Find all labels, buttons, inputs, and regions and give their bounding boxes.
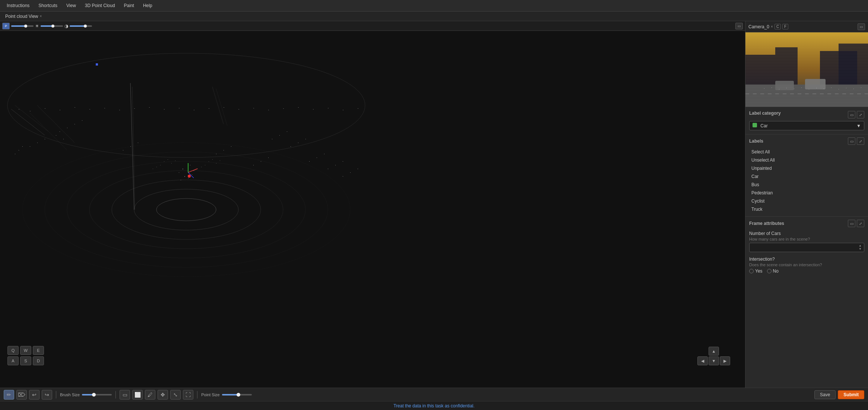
num-cars-down[interactable]: ▼	[859, 248, 862, 251]
key-w[interactable]: W	[20, 346, 31, 355]
undo-tool-btn[interactable]: ↩	[29, 390, 39, 400]
key-d[interactable]: D	[33, 356, 44, 365]
key-a[interactable]: A	[7, 356, 19, 365]
svg-rect-52	[343, 176, 343, 177]
separator-1	[56, 391, 56, 398]
svg-rect-69	[134, 108, 135, 109]
category-dropdown[interactable]: Car ▼	[749, 121, 864, 130]
num-cars-label: Number of Cars	[749, 231, 864, 236]
intersection-field: Intersection? Does the scene contain an …	[749, 257, 864, 274]
svg-rect-68	[119, 110, 120, 110]
point-size-slider[interactable]	[222, 394, 252, 395]
svg-rect-12	[194, 171, 194, 171]
label-unpainted[interactable]: Unpainted	[749, 164, 864, 172]
draw-tool-btn[interactable]: ✏	[4, 390, 14, 400]
svg-rect-24	[60, 131, 60, 132]
brush-size-container: Brush Size	[60, 392, 112, 397]
nav-down-btn[interactable]: ▼	[709, 356, 719, 365]
svg-rect-114	[772, 88, 772, 88]
third-slider[interactable]	[70, 25, 92, 27]
brightness-slider[interactable]	[11, 25, 34, 27]
svg-rect-16	[181, 180, 181, 180]
svg-rect-45	[324, 154, 324, 154]
svg-rect-100	[220, 160, 220, 161]
svg-rect-66	[89, 109, 90, 109]
frame-attr-collapse-btn[interactable]: ▭	[848, 220, 855, 227]
minimize-btn[interactable]: ▭	[735, 23, 743, 29]
svg-rect-98	[212, 159, 213, 160]
svg-rect-26	[224, 150, 224, 150]
radio-no-label: No	[773, 268, 779, 274]
svg-rect-43	[15, 154, 15, 154]
fullscreen-tool-btn[interactable]: ⛶	[183, 390, 193, 400]
tab-row: Point cloud View ×	[0, 12, 868, 21]
contrast-slider[interactable]	[41, 25, 63, 27]
menu-view[interactable]: View	[63, 1, 80, 10]
point-cloud-viewport[interactable]: P ☀ ◑ ▭	[0, 21, 745, 388]
brightness-icon: ☀	[35, 23, 39, 29]
label-category-expand-btn[interactable]: ⤢	[857, 111, 864, 118]
brush-size-slider[interactable]	[82, 394, 112, 395]
svg-rect-42	[22, 146, 23, 147]
menu-help[interactable]: Help	[139, 1, 156, 10]
menu-3d-point-cloud[interactable]: 3D Point Cloud	[81, 1, 119, 10]
svg-rect-63	[45, 108, 45, 109]
svg-rect-73	[194, 110, 194, 110]
nav-up-btn[interactable]: ▲	[709, 347, 719, 356]
contrast-icon: ◑	[64, 23, 68, 29]
intersection-no[interactable]: No	[767, 268, 779, 274]
label-select-all[interactable]: Select All	[749, 148, 864, 156]
point-cloud-svg	[0, 31, 745, 388]
svg-rect-99	[216, 163, 216, 163]
label-bus[interactable]: Bus	[749, 181, 864, 189]
svg-rect-94	[160, 165, 161, 165]
save-button[interactable]: Save	[814, 390, 836, 399]
key-q[interactable]: Q	[7, 346, 19, 355]
svg-rect-112	[805, 79, 826, 89]
polygon-tool-btn[interactable]: 🖊	[145, 390, 155, 400]
nav-right-btn[interactable]: ▶	[720, 356, 730, 365]
move-tool-btn[interactable]: ✥	[158, 390, 168, 400]
svg-rect-91	[168, 159, 168, 160]
labels-controls: ▭ ⤢	[848, 137, 864, 145]
rectangle-tool-btn[interactable]: ▭	[120, 390, 130, 400]
svg-rect-120	[816, 88, 817, 88]
camera-close-btn[interactable]: ×	[771, 25, 773, 29]
label-pedestrian[interactable]: Pedestrian	[749, 189, 864, 197]
intersection-desc: Does the scene contain an intersection?	[749, 263, 864, 267]
svg-rect-14	[188, 178, 189, 178]
redo-tool-btn[interactable]: ↪	[42, 390, 52, 400]
svg-rect-28	[216, 154, 216, 154]
svg-rect-70	[149, 107, 150, 108]
submit-button[interactable]: Submit	[838, 390, 864, 399]
label-car[interactable]: Car	[749, 172, 864, 181]
intersection-yes[interactable]: Yes	[749, 268, 763, 274]
camera-collapse-btn[interactable]: ▭	[858, 23, 865, 30]
labels-expand-btn[interactable]: ⤢	[857, 137, 864, 145]
rectangle-subtract-btn[interactable]: ⬜	[132, 390, 143, 400]
label-unselect-all[interactable]: Unselect All	[749, 156, 864, 164]
tab-close-btn[interactable]: ×	[40, 14, 42, 18]
label-cyclist[interactable]: Cyclist	[749, 197, 864, 205]
svg-rect-95	[156, 167, 157, 167]
key-s[interactable]: S	[20, 356, 31, 365]
svg-rect-18	[82, 120, 82, 121]
svg-rect-93	[175, 160, 175, 161]
num-cars-input[interactable]: ▲ ▼	[749, 243, 864, 252]
p-badge[interactable]: P	[2, 23, 10, 29]
label-category-collapse-btn[interactable]: ▭	[848, 111, 855, 118]
nav-left-btn[interactable]: ◀	[697, 356, 708, 365]
key-e[interactable]: E	[33, 346, 44, 355]
label-truck[interactable]: Truck	[749, 205, 864, 213]
svg-rect-84	[358, 108, 358, 109]
erase-tool-btn[interactable]: ⌦	[16, 390, 27, 400]
menu-paint[interactable]: Paint	[120, 1, 138, 10]
svg-rect-15	[192, 174, 192, 175]
frame-attr-expand-btn[interactable]: ⤢	[857, 220, 864, 227]
labels-collapse-btn[interactable]: ▭	[848, 137, 855, 145]
menu-instructions[interactable]: Instructions	[3, 1, 33, 10]
menu-shortcuts[interactable]: Shortcuts	[35, 1, 61, 10]
tab-point-cloud[interactable]: Point cloud View ×	[3, 13, 44, 20]
resize-tool-btn[interactable]: ⤡	[170, 390, 181, 400]
num-cars-up[interactable]: ▲	[859, 244, 862, 247]
